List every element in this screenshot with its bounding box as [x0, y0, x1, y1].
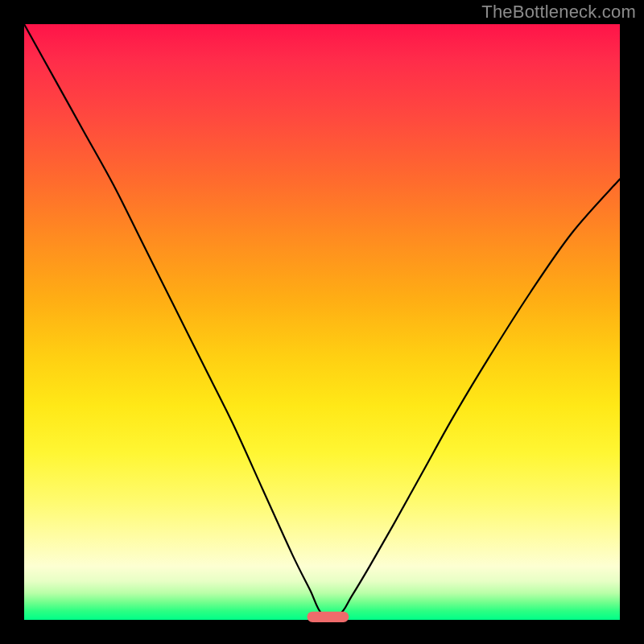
chart-frame: TheBottleneck.com [0, 0, 644, 644]
plot-area [24, 24, 620, 620]
bottleneck-curve [24, 24, 620, 617]
optimal-marker-pill [308, 612, 349, 622]
plot-svg [24, 24, 620, 620]
watermark-text: TheBottleneck.com [481, 2, 636, 23]
